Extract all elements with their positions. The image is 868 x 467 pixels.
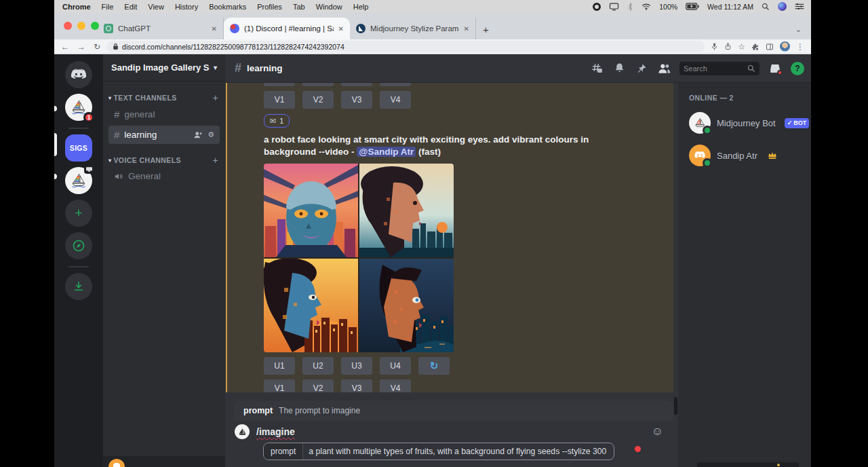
emoji-picker-icon[interactable]: ☺ — [652, 425, 663, 438]
member-row-sandip[interactable]: Sandip Atr — [689, 143, 806, 168]
text-channels-header[interactable]: ▾ TEXT CHANNELS + — [103, 92, 225, 103]
user-mention[interactable]: @Sandip Atr — [357, 147, 416, 157]
voice-channels-header[interactable]: ▾ VOICE CHANNELS + — [103, 155, 225, 166]
search-box[interactable] — [679, 62, 760, 75]
threads-icon[interactable] — [590, 62, 604, 75]
highlighted-messages-region: V1 V2 V3 V4 ✉ 1 a robot face looking at … — [226, 83, 673, 392]
extensions-puzzle-icon[interactable] — [751, 43, 760, 51]
create-channel-icon[interactable]: + — [212, 155, 218, 166]
menu-chrome[interactable]: Chrome — [62, 3, 91, 11]
browser-menu-icon[interactable]: ⋮ — [796, 42, 804, 52]
menu-bookmarks[interactable]: Bookmarks — [209, 3, 246, 11]
menu-history[interactable]: History — [175, 3, 198, 11]
generated-image-grid[interactable] — [264, 164, 454, 352]
notifications-bell-icon[interactable] — [612, 62, 626, 75]
menu-window[interactable]: Window — [316, 3, 342, 11]
prompt-value[interactable]: a plant with multiple types of fruits, w… — [303, 447, 612, 456]
pinned-messages-icon[interactable] — [635, 62, 648, 75]
help-button[interactable]: ? — [791, 62, 804, 75]
u3-button[interactable]: U3 — [341, 357, 372, 375]
share-icon[interactable] — [724, 42, 732, 51]
server-midjourney-dm[interactable]: 1 — [65, 94, 92, 121]
control-center-icon[interactable] — [795, 3, 804, 10]
menu-profiles[interactable]: Profiles — [257, 3, 282, 11]
bluetooth-icon[interactable] — [627, 3, 633, 11]
back-button[interactable]: ← — [61, 42, 69, 52]
wifi-icon[interactable] — [642, 3, 651, 10]
site-secure-icon[interactable] — [113, 43, 119, 50]
envelope-reaction-badge[interactable]: ✉ 1 — [264, 114, 290, 128]
u1-button[interactable]: U1 — [264, 357, 295, 375]
add-server-button[interactable]: + — [65, 200, 92, 227]
message-scroller[interactable]: V1 V2 V3 V4 ✉ 1 a robot face looking at … — [225, 83, 678, 398]
profile-avatar[interactable] — [780, 41, 790, 52]
menu-edit[interactable]: Edit — [124, 3, 137, 11]
window-controls[interactable] — [64, 22, 99, 30]
user-panel[interactable] — [103, 456, 225, 467]
inbox-icon[interactable] — [768, 62, 782, 75]
close-tab-icon[interactable]: ✕ — [464, 25, 469, 33]
message-input-row[interactable]: /imagine ☺ — [225, 421, 678, 443]
menu-help[interactable]: Help — [353, 3, 369, 11]
v2-button[interactable]: V2 — [302, 379, 334, 392]
url-text[interactable]: discord.com/channels/1128282250098778123… — [122, 43, 344, 51]
v2-button[interactable]: V2 — [302, 91, 334, 109]
avatar[interactable] — [108, 459, 125, 467]
tab-chatgpt[interactable]: ChatGPT ✕ — [98, 18, 224, 39]
mic-icon[interactable] — [711, 42, 718, 51]
spotlight-icon[interactable] — [762, 3, 770, 11]
discord-home-button[interactable] — [65, 61, 92, 88]
reload-button[interactable]: ↻ — [94, 42, 100, 52]
avatar — [689, 145, 711, 166]
address-bar[interactable]: discord.com/channels/1128282250098778123… — [106, 41, 705, 52]
v1-button[interactable]: V1 — [264, 91, 295, 109]
close-tab-icon[interactable]: ✕ — [212, 25, 217, 33]
verified-check-icon: ✓ — [787, 119, 793, 126]
slash-command-autocomplete[interactable]: prompt The prompt to imagine — [234, 400, 673, 421]
screen-record-icon[interactable] — [593, 3, 601, 11]
menubar-clock[interactable]: Wed 11:12 AM — [707, 3, 753, 11]
siri-icon[interactable] — [778, 2, 787, 11]
new-tab-button[interactable]: + — [476, 24, 497, 39]
tab-search-chevron-icon[interactable]: ⌄ — [795, 25, 802, 34]
menu-view[interactable]: View — [148, 3, 164, 11]
server-header[interactable]: Sandip Image Gallery Se... ▾ — [103, 54, 225, 81]
member-list-toggle-icon[interactable] — [657, 62, 671, 75]
server-sandip-gallery[interactable] — [65, 167, 92, 194]
prompt-option-field[interactable]: prompt a plant with multiple types of fr… — [263, 443, 614, 460]
search-icon — [747, 64, 755, 73]
bookmark-star-icon[interactable]: ☆ — [738, 42, 745, 52]
download-apps-button[interactable] — [65, 273, 92, 300]
forward-button[interactable]: → — [77, 42, 85, 52]
display-icon[interactable] — [609, 3, 619, 11]
close-tab-icon[interactable]: ✕ — [338, 25, 344, 33]
server-owner-crown-icon — [768, 151, 777, 160]
imagine-command-text[interactable]: /imagine — [256, 426, 295, 437]
menu-file[interactable]: File — [102, 3, 114, 11]
member-row-midjourney-bot[interactable]: Midjourney Bot ✓BOT — [689, 110, 806, 136]
minimize-window-button[interactable] — [77, 22, 85, 30]
channel-settings-gear-icon[interactable]: ⚙ — [208, 130, 214, 139]
v4-button[interactable]: V4 — [380, 379, 411, 392]
v3-button[interactable]: V3 — [341, 91, 372, 109]
sidebar-item-general[interactable]: # general — [108, 105, 220, 124]
sidebar-item-voice-general[interactable]: General — [108, 168, 220, 185]
tab-midjourney-docs[interactable]: Midjourney Stylize Parameter ✕ — [350, 18, 476, 39]
side-panel-icon[interactable] — [766, 43, 774, 51]
v1-button[interactable]: V1 — [264, 379, 295, 392]
close-window-button[interactable] — [64, 22, 72, 30]
create-channel-icon[interactable]: + — [212, 92, 218, 103]
tab-discord[interactable]: (1) Discord | #learning | Sandi ✕ — [224, 18, 350, 39]
chat-scrollbar[interactable] — [674, 397, 677, 415]
reroll-button[interactable]: ↻ — [418, 357, 450, 375]
menu-tab[interactable]: Tab — [293, 3, 305, 11]
server-sigs[interactable]: SIGS — [65, 134, 92, 162]
u4-button[interactable]: U4 — [380, 357, 411, 375]
v4-button[interactable]: V4 — [380, 91, 411, 109]
u2-button[interactable]: U2 — [302, 357, 334, 375]
explore-servers-button[interactable] — [65, 232, 92, 259]
search-input[interactable] — [684, 64, 745, 73]
sidebar-item-learning[interactable]: # learning ⚙ — [108, 126, 220, 144]
invite-people-icon[interactable] — [194, 131, 203, 138]
v3-button[interactable]: V3 — [341, 379, 372, 392]
